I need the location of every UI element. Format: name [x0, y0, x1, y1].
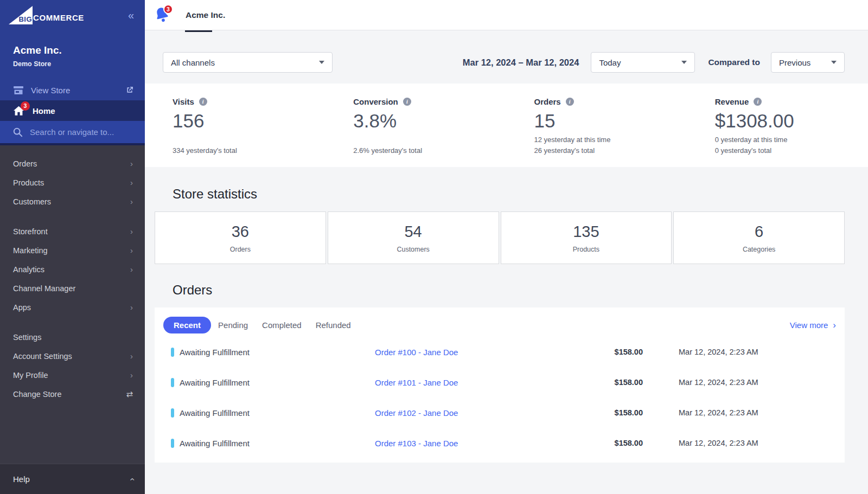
- metric-subtext: 334 yesterday's total: [173, 145, 326, 156]
- order-amount: $158.00: [603, 378, 643, 387]
- sidebar-item-settings[interactable]: Settings: [0, 328, 145, 347]
- order-amount: $158.00: [603, 408, 643, 417]
- sidebar-item-my-profile[interactable]: My Profile ›: [0, 365, 145, 384]
- notifications-button[interactable]: 3: [155, 7, 171, 23]
- metric-label: Orders: [534, 97, 561, 106]
- tab-pending[interactable]: Pending: [211, 317, 255, 333]
- info-icon[interactable]: i: [754, 98, 762, 106]
- stat-value: 135: [573, 223, 599, 241]
- tab-recent[interactable]: Recent: [163, 317, 211, 333]
- nav-label: Channel Manager: [13, 284, 75, 293]
- stat-value: 6: [755, 223, 763, 241]
- chevron-right-icon: ›: [130, 246, 133, 255]
- stat-card-products: 135 Products: [501, 211, 672, 264]
- sidebar-item-change-store[interactable]: Change Store ⇄: [0, 384, 145, 403]
- metric-orders: Orders i 15 12 yesterday at this time 26…: [507, 97, 687, 156]
- sidebar-item-marketing[interactable]: Marketing ›: [0, 241, 145, 260]
- sidebar-item-storefront[interactable]: Storefront ›: [0, 222, 145, 241]
- nav-label: Storefront: [13, 227, 48, 236]
- notifications-badge: 3: [163, 4, 173, 14]
- sidebar-item-apps[interactable]: Apps ›: [0, 298, 145, 317]
- stat-label: Products: [573, 246, 599, 253]
- bigcommerce-logo[interactable]: BIG COMMERCE: [9, 6, 84, 24]
- metric-subtext: [173, 134, 326, 145]
- chevron-up-icon: ›: [126, 478, 136, 480]
- main-area: 3 Acme Inc. All channels Mar 12, 2024 – …: [145, 0, 868, 494]
- metric-subtext: 12 yesterday at this time: [534, 134, 687, 145]
- metric-subtext: 2.6% yesterday's total: [353, 145, 506, 156]
- caret-down-icon: [681, 61, 687, 64]
- order-date: Mar 12, 2024, 2:23 AM: [643, 348, 836, 356]
- logo-big-text: BIG: [18, 15, 32, 23]
- order-row: Awaiting Fulfillment Order #103 - Jane D…: [163, 428, 836, 458]
- help-label: Help: [13, 474, 30, 484]
- sidebar-item-products[interactable]: Products ›: [0, 173, 145, 192]
- sidebar-item-analytics[interactable]: Analytics ›: [0, 260, 145, 279]
- help-toggle[interactable]: Help ›: [0, 464, 145, 494]
- metric-subtext: [353, 134, 506, 145]
- sidebar-item-home[interactable]: 3 Home: [0, 100, 145, 121]
- filter-row: All channels Mar 12, 2024 – Mar 12, 2024…: [145, 30, 868, 84]
- period-select[interactable]: Today: [591, 52, 695, 73]
- metric-label: Conversion: [353, 97, 398, 106]
- compare-select[interactable]: Previous: [771, 52, 845, 73]
- order-link[interactable]: Order #100 - Jane Doe: [359, 348, 603, 357]
- order-row: Awaiting Fulfillment Order #102 - Jane D…: [163, 397, 836, 428]
- app: BIG COMMERCE « Acme Inc. Demo Store View…: [0, 0, 868, 494]
- order-status: Awaiting Fulfillment: [180, 348, 250, 357]
- info-icon[interactable]: i: [566, 98, 574, 106]
- sidebar-item-channel-manager[interactable]: Channel Manager: [0, 279, 145, 298]
- status-indicator-icon: [171, 439, 174, 448]
- chevron-right-icon: ›: [130, 227, 133, 236]
- metric-subtext: 26 yesterday's total: [534, 145, 687, 156]
- order-date: Mar 12, 2024, 2:23 AM: [643, 378, 836, 387]
- chevron-right-icon: ›: [130, 370, 133, 380]
- top-header: 3 Acme Inc.: [145, 0, 868, 30]
- period-select-value: Today: [599, 58, 621, 67]
- chevron-right-icon: ›: [130, 351, 133, 361]
- metric-revenue: Revenue i $1308.00 0 yesterday at this t…: [687, 97, 868, 156]
- status-indicator-icon: [171, 378, 174, 387]
- chevron-right-icon: ›: [130, 303, 133, 312]
- search-icon: [13, 127, 23, 137]
- status-indicator-icon: [171, 408, 174, 418]
- performance-metrics: Visits i 156 334 yesterday's total Conve…: [145, 84, 868, 167]
- sidebar-item-account-settings[interactable]: Account Settings ›: [0, 347, 145, 365]
- order-link[interactable]: Order #102 - Jane Doe: [359, 408, 603, 418]
- storefront-icon: [13, 86, 24, 95]
- nav-label: Products: [13, 178, 44, 187]
- order-date: Mar 12, 2024, 2:23 AM: [643, 408, 836, 417]
- store-statistics-cards: 36 Orders 54 Customers 135 Products 6 Ca…: [155, 211, 845, 264]
- sidebar-item-orders[interactable]: Orders ›: [0, 154, 145, 173]
- order-link[interactable]: Order #101 - Jane Doe: [359, 378, 603, 387]
- store-block: Acme Inc. Demo Store: [0, 30, 145, 80]
- orders-tabs: Recent Pending Completed Refunded View m…: [163, 313, 836, 337]
- stat-card-orders: 36 Orders: [155, 211, 326, 264]
- order-link[interactable]: Order #103 - Jane Doe: [359, 439, 603, 448]
- order-amount: $158.00: [603, 439, 643, 447]
- collapse-sidebar-icon[interactable]: «: [128, 10, 134, 21]
- nav-label: Account Settings: [13, 352, 72, 361]
- metric-value: 156: [173, 111, 326, 131]
- stat-label: Categories: [743, 246, 775, 253]
- metric-label: Revenue: [715, 97, 749, 106]
- sidebar-search[interactable]: Search or navigate to...: [0, 121, 145, 145]
- chevron-right-icon: ›: [130, 159, 133, 168]
- logo-commerce-text: COMMERCE: [33, 13, 84, 22]
- info-icon[interactable]: i: [199, 98, 207, 106]
- view-more-link[interactable]: View more ›: [790, 320, 836, 330]
- tab-completed[interactable]: Completed: [255, 317, 309, 333]
- order-status: Awaiting Fulfillment: [180, 408, 250, 418]
- nav-label: Marketing: [13, 246, 48, 255]
- compare-select-value: Previous: [779, 58, 810, 67]
- order-row: Awaiting Fulfillment Order #101 - Jane D…: [163, 367, 836, 397]
- page-content: All channels Mar 12, 2024 – Mar 12, 2024…: [145, 30, 868, 494]
- nav-label: Analytics: [13, 265, 44, 274]
- view-store-link[interactable]: View Store: [0, 80, 145, 100]
- info-icon[interactable]: i: [403, 98, 411, 106]
- sidebar-item-customers[interactable]: Customers ›: [0, 192, 145, 211]
- view-store-label: View Store: [31, 86, 70, 95]
- scrolled-tab-indicator: [185, 30, 212, 32]
- tab-refunded[interactable]: Refunded: [309, 317, 358, 333]
- channel-select[interactable]: All channels: [163, 52, 333, 73]
